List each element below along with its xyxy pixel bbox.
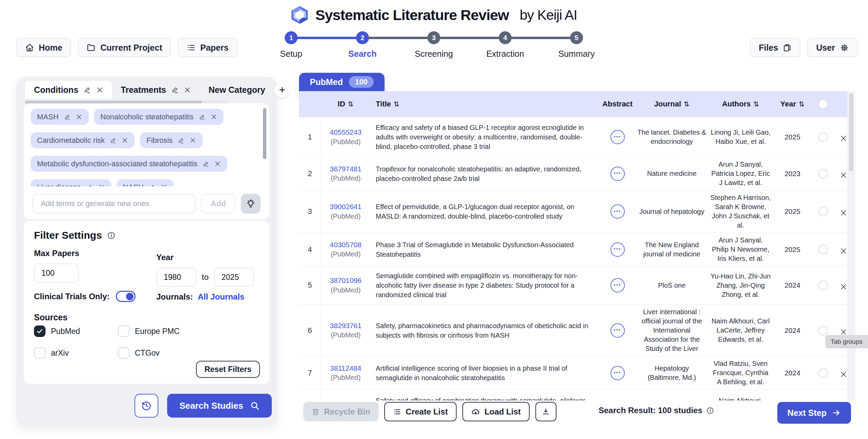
study-id-link[interactable]: 40555243 (330, 128, 361, 137)
stepper-step-screening[interactable]: 3 Screening (398, 31, 470, 59)
sort-icon[interactable]: ⇅ (348, 100, 354, 108)
remove-row-icon[interactable] (840, 283, 847, 290)
edit-icon[interactable] (171, 86, 179, 94)
terms-vertical-scrollbar-thumb[interactable] (263, 108, 266, 159)
header-journal[interactable]: Journal⇅ (635, 100, 708, 108)
edit-icon[interactable] (199, 114, 206, 120)
study-id-link[interactable]: 38293761 (330, 321, 361, 331)
source-checkbox-ctgov[interactable]: CTGov (118, 347, 202, 359)
study-id-link[interactable]: 38112484 (330, 364, 361, 373)
source-checkbox-pubmed[interactable]: PubMed (34, 325, 118, 337)
clinical-trials-toggle[interactable] (116, 291, 136, 302)
remove-row-icon[interactable] (840, 328, 847, 335)
row-select-circle[interactable] (818, 326, 828, 335)
header-authors[interactable]: Authors⇅ (708, 100, 773, 108)
remove-term-icon[interactable] (161, 184, 167, 186)
edit-icon[interactable] (64, 114, 71, 120)
step-circle[interactable]: 3 (427, 31, 440, 44)
row-select-circle[interactable] (818, 169, 828, 179)
current-project-button[interactable]: Current Project (78, 38, 171, 57)
header-id[interactable]: ID⇅ (321, 100, 370, 108)
edit-icon[interactable] (110, 137, 117, 144)
abstract-ellipsis-button[interactable]: ••• (610, 204, 625, 219)
study-id-link[interactable]: 38701096 (330, 276, 361, 285)
step-circle[interactable]: 1 (285, 31, 298, 44)
header-title[interactable]: Title⇅ (370, 100, 600, 108)
remove-row-icon[interactable] (840, 172, 847, 179)
remove-term-icon[interactable] (214, 161, 221, 167)
reset-filters-button[interactable]: Reset Filters (196, 361, 260, 378)
files-button[interactable]: Files (750, 38, 800, 57)
abstract-ellipsis-button[interactable]: ••• (610, 366, 625, 380)
stepper-step-search[interactable]: 2 Search (327, 31, 398, 59)
close-icon[interactable] (184, 86, 191, 94)
stepper-step-setup[interactable]: 1 Setup (255, 31, 327, 59)
abstract-ellipsis-button[interactable]: ••• (610, 242, 625, 257)
info-icon[interactable] (706, 407, 714, 415)
edit-icon[interactable] (84, 86, 91, 94)
export-list-button[interactable] (535, 402, 556, 421)
info-icon[interactable] (107, 231, 116, 240)
all-journals-link[interactable]: All Journals (198, 292, 244, 302)
source-checkbox-europe-pmc[interactable]: Europe PMC (118, 325, 202, 337)
home-button[interactable]: Home (16, 38, 71, 57)
edit-icon[interactable] (178, 137, 184, 144)
select-all-circle[interactable] (818, 99, 828, 109)
row-select-circle[interactable] (818, 207, 828, 216)
user-button[interactable]: User (807, 38, 858, 57)
add-category-button[interactable]: + (274, 82, 290, 98)
remove-row-icon[interactable] (840, 371, 847, 378)
next-step-button[interactable]: Next Step (777, 402, 851, 424)
study-id-link[interactable]: 39002641 (330, 202, 361, 212)
remove-term-icon[interactable] (211, 114, 217, 120)
study-id-link[interactable]: 40305708 (330, 240, 361, 250)
sort-icon[interactable]: ⇅ (754, 100, 759, 108)
add-terms-input[interactable] (33, 194, 196, 214)
checkbox[interactable] (34, 325, 46, 337)
abstract-ellipsis-button[interactable]: ••• (610, 278, 625, 292)
row-select-circle[interactable] (818, 245, 828, 254)
year-from-input[interactable] (156, 268, 196, 287)
sort-icon[interactable]: ⇅ (799, 100, 804, 108)
max-papers-input[interactable] (34, 264, 79, 283)
category-tab-conditions[interactable]: Conditions (25, 81, 112, 99)
remove-row-icon[interactable] (840, 135, 847, 142)
sort-icon[interactable]: ⇅ (684, 100, 690, 108)
search-studies-button[interactable]: Search Studies (167, 394, 272, 418)
category-tab-treatments[interactable]: Treatments (112, 81, 200, 99)
search-history-button[interactable] (135, 394, 158, 418)
study-id-link[interactable]: 36797481 (330, 164, 361, 174)
edit-icon[interactable] (149, 184, 156, 187)
checkbox[interactable] (34, 347, 46, 359)
category-tab-new-category[interactable]: New Category (200, 81, 274, 99)
remove-row-icon[interactable] (840, 248, 847, 254)
table-vertical-scrollbar-thumb[interactable] (849, 93, 853, 171)
checkbox[interactable] (118, 325, 129, 337)
row-select-circle[interactable] (818, 368, 828, 378)
add-term-button[interactable]: Add (201, 194, 235, 214)
row-select-circle[interactable] (818, 281, 828, 290)
close-icon[interactable] (96, 86, 103, 94)
edit-icon[interactable] (86, 184, 93, 187)
remove-term-icon[interactable] (76, 114, 82, 120)
abstract-ellipsis-button[interactable]: ••• (610, 130, 625, 144)
remove-row-icon[interactable] (840, 209, 847, 216)
edit-icon[interactable] (202, 161, 209, 167)
abstract-ellipsis-button[interactable]: ••• (610, 167, 625, 181)
header-year[interactable]: Year⇅ (773, 100, 812, 108)
year-to-input[interactable] (214, 268, 254, 287)
create-list-button[interactable]: Create List (384, 402, 457, 421)
row-select-circle[interactable] (818, 132, 828, 142)
source-checkbox-arxiv[interactable]: arXiv (34, 347, 118, 359)
generate-terms-button[interactable] (241, 194, 261, 214)
remove-term-icon[interactable] (122, 137, 128, 143)
abstract-ellipsis-button[interactable]: ••• (610, 323, 625, 338)
step-circle[interactable]: 5 (570, 31, 583, 44)
checkbox[interactable] (118, 347, 129, 359)
sort-icon[interactable]: ⇅ (394, 100, 400, 108)
stepper-step-summary[interactable]: 5 Summary (541, 31, 612, 59)
papers-button[interactable]: Papers (178, 38, 237, 57)
step-circle[interactable]: 4 (499, 31, 512, 44)
remove-term-icon[interactable] (98, 184, 105, 186)
load-list-button[interactable]: Load List (462, 402, 530, 421)
